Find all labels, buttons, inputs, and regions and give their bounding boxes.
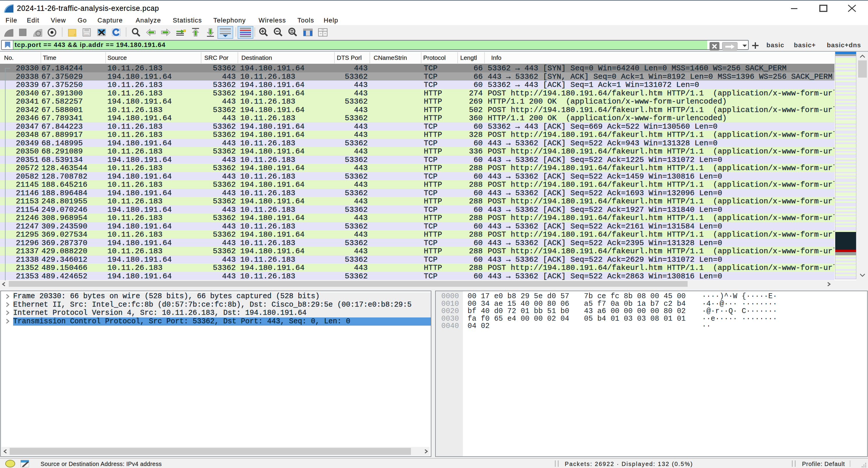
svg-text:010: 010 [85,33,89,36]
